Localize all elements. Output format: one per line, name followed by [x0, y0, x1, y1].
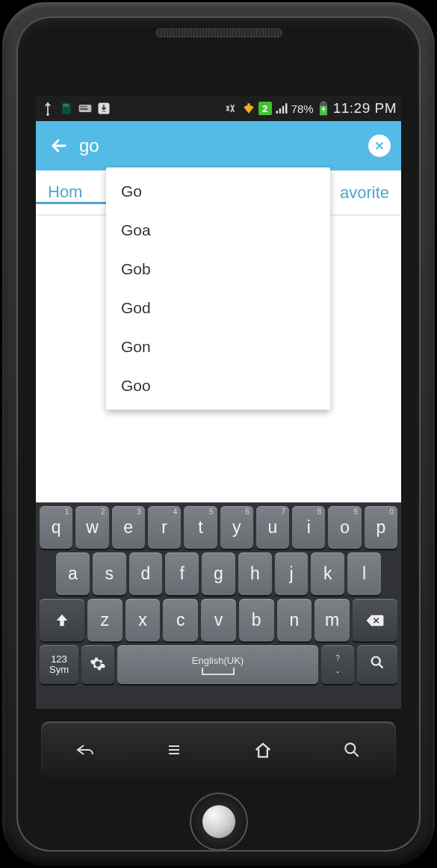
- back-button[interactable]: [46, 133, 72, 158]
- svg-rect-7: [82, 106, 84, 108]
- status-bar: 2 78% 11:29 PM: [36, 96, 401, 121]
- hw-nav-bar: [41, 721, 396, 778]
- suggestion-item[interactable]: God: [106, 289, 330, 327]
- phone-body: 2 78% 11:29 PM go: [0, 0, 437, 868]
- key-p[interactable]: p0: [365, 506, 397, 549]
- search-bar: go: [36, 121, 401, 170]
- clear-search-button[interactable]: [368, 135, 391, 157]
- keyboard-indicator-icon: [78, 101, 93, 116]
- speaker-grille: [155, 28, 282, 37]
- svg-rect-2: [63, 104, 65, 106]
- key-period[interactable]: ? .: [321, 645, 354, 684]
- key-u[interactable]: u7: [256, 506, 289, 549]
- clock: 11:29 PM: [333, 100, 397, 117]
- cell-signal-icon: [274, 101, 289, 116]
- hw-back-button[interactable]: [68, 733, 102, 767]
- hw-menu-button[interactable]: [157, 733, 191, 767]
- svg-rect-4: [67, 104, 69, 106]
- key-search[interactable]: [357, 645, 397, 684]
- suggestion-item[interactable]: Gon: [106, 327, 330, 366]
- svg-point-15: [372, 657, 380, 665]
- key-i[interactable]: i8: [292, 506, 325, 549]
- key-e[interactable]: e3: [112, 506, 145, 549]
- key-q[interactable]: q1: [40, 506, 72, 549]
- key-t[interactable]: t5: [184, 506, 217, 549]
- screen: 2 78% 11:29 PM go: [36, 96, 401, 709]
- gear-icon: [90, 656, 106, 674]
- key-l[interactable]: l: [347, 552, 381, 595]
- key-s[interactable]: s: [93, 552, 126, 595]
- key-v[interactable]: v: [201, 599, 236, 641]
- keyboard-language: English(UK): [192, 655, 244, 666]
- key-c[interactable]: c: [163, 599, 198, 641]
- key-backspace[interactable]: [353, 599, 397, 641]
- usb-icon: [40, 101, 55, 116]
- key-b[interactable]: b: [239, 599, 274, 641]
- key-m[interactable]: m: [314, 599, 350, 641]
- keyboard-row-2: a s d f g h j k l: [40, 552, 397, 595]
- svg-rect-10: [80, 108, 87, 110]
- sd-card-icon: [59, 101, 74, 116]
- no-signal-icon: [224, 101, 239, 116]
- suggestion-item[interactable]: Goa: [106, 211, 330, 250]
- key-j[interactable]: j: [275, 552, 309, 595]
- trackball[interactable]: [202, 805, 235, 838]
- key-symbols[interactable]: 123 Sym: [40, 645, 78, 684]
- keyboard-row-4: 123 Sym English(UK) ? .: [40, 645, 397, 684]
- key-d[interactable]: d: [129, 552, 163, 595]
- sim-indicator: 2: [258, 102, 272, 115]
- keyboard-row-3: z x c v b n m: [40, 599, 397, 641]
- wifi-icon: [241, 101, 256, 116]
- svg-rect-14: [321, 102, 325, 103]
- search-icon: [369, 654, 385, 675]
- svg-rect-6: [80, 106, 81, 108]
- key-x[interactable]: x: [125, 599, 161, 641]
- svg-point-0: [47, 114, 49, 116]
- key-a[interactable]: a: [56, 552, 90, 595]
- key-y[interactable]: y6: [220, 506, 253, 549]
- svg-rect-9: [86, 106, 87, 108]
- trackball-ring: [190, 792, 248, 851]
- suggestion-item[interactable]: Gob: [106, 250, 330, 289]
- key-w[interactable]: w2: [75, 506, 108, 549]
- svg-rect-8: [84, 106, 85, 108]
- key-k[interactable]: k: [311, 552, 344, 595]
- keyboard-row-1: q1 w2 e3 r4 t5 y6 u7 i8 o9 p0: [40, 506, 397, 549]
- key-r[interactable]: r4: [148, 506, 181, 549]
- hw-home-button[interactable]: [246, 733, 280, 767]
- svg-rect-3: [65, 104, 66, 106]
- key-space[interactable]: English(UK): [117, 645, 318, 684]
- hw-search-button[interactable]: [335, 733, 369, 767]
- key-g[interactable]: g: [202, 552, 235, 595]
- download-icon: [96, 101, 111, 116]
- search-input[interactable]: go: [79, 135, 368, 156]
- battery-percent: 78%: [291, 102, 314, 115]
- spacebar-icon: [202, 668, 235, 675]
- suggestion-item[interactable]: Go: [106, 172, 330, 211]
- key-shift[interactable]: [40, 599, 84, 641]
- suggestion-dropdown: Go Goa Gob God Gon Goo: [106, 167, 330, 410]
- key-z[interactable]: z: [87, 599, 123, 641]
- keyboard: q1 w2 e3 r4 t5 y6 u7 i8 o9 p0 a s d f g: [36, 502, 401, 709]
- battery-charging-icon: [316, 101, 331, 116]
- key-o[interactable]: o9: [328, 506, 361, 549]
- key-h[interactable]: h: [238, 552, 272, 595]
- suggestion-item[interactable]: Goo: [106, 366, 330, 405]
- key-settings[interactable]: [81, 645, 114, 684]
- svg-point-16: [345, 743, 355, 753]
- key-f[interactable]: f: [165, 552, 199, 595]
- content-area: Go Goa Gob God Gon Goo: [36, 215, 401, 547]
- key-n[interactable]: n: [277, 599, 312, 641]
